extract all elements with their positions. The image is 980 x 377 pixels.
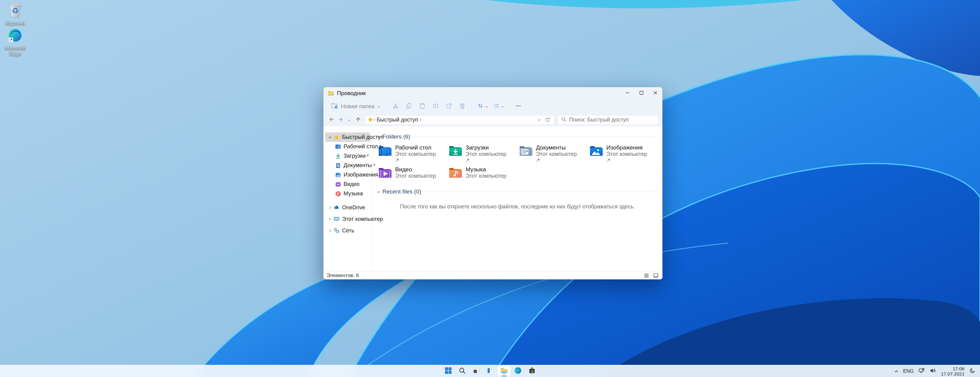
maximize-button[interactable] xyxy=(634,87,648,99)
focus-assist-button[interactable] xyxy=(967,366,978,376)
back-button[interactable] xyxy=(327,115,336,124)
recent-locations-button[interactable] xyxy=(345,115,353,124)
search-box[interactable] xyxy=(558,115,659,125)
chevron-right-icon[interactable] xyxy=(328,206,332,209)
hidden-icons-button[interactable] xyxy=(892,366,900,376)
focus-assist-moon-icon xyxy=(969,367,975,375)
folder-tile-music[interactable]: Музыка Этот компьютер xyxy=(447,165,516,180)
taskbar-edge-button[interactable] xyxy=(511,366,525,377)
tile-name: Загрузки xyxy=(466,144,506,151)
up-button[interactable] xyxy=(353,115,363,124)
folder-tile-pictures[interactable]: Изображения Этот компьютер xyxy=(588,144,657,163)
pin-icon xyxy=(606,158,648,163)
recent-files-section-header[interactable]: Recent files (0) xyxy=(377,188,658,195)
taskbar-file-explorer-button[interactable] xyxy=(498,366,511,377)
sidebar-item-this-pc[interactable]: Этот компьютер xyxy=(325,213,370,225)
share-icon xyxy=(445,102,452,110)
sidebar-item-pictures[interactable]: Изображения xyxy=(325,170,370,179)
search-input[interactable] xyxy=(569,117,655,123)
minimize-icon xyxy=(624,89,631,97)
items-count: Элементов: 6 xyxy=(326,273,359,279)
paste-button[interactable] xyxy=(416,101,429,112)
downloads-folder-icon xyxy=(449,145,463,157)
file-explorer-icon xyxy=(500,367,508,375)
tile-subtitle: Этот компьютер xyxy=(606,151,648,157)
desktop-folder-icon xyxy=(378,145,392,157)
edge-icon xyxy=(8,39,23,44)
tile-subtitle: Этот компьютер xyxy=(536,151,577,157)
paste-icon xyxy=(419,102,426,110)
close-button[interactable] xyxy=(648,87,662,99)
folders-section-header[interactable]: Folders (6) xyxy=(377,133,658,141)
taskbar-store-button[interactable] xyxy=(525,366,539,377)
onedrive-cloud-icon xyxy=(334,204,340,211)
desktop-icon-edge[interactable]: Microsoft Edge xyxy=(1,28,30,57)
large-icons-view-button[interactable] xyxy=(652,273,659,279)
store-icon xyxy=(528,367,536,375)
desktop-icon-recycle-bin[interactable]: ♻ Корзина xyxy=(1,2,30,26)
sidebar-item-onedrive[interactable]: OneDrive xyxy=(325,202,370,213)
share-button[interactable] xyxy=(442,101,456,112)
pin-icon xyxy=(395,158,436,163)
sidebar-item-videos[interactable]: Видео xyxy=(325,179,370,189)
chevron-right-icon[interactable] xyxy=(328,217,332,221)
sidebar-item-label: OneDrive xyxy=(342,204,365,211)
breadcrumb-location[interactable]: Быстрый доступ xyxy=(377,117,418,123)
delete-button[interactable] xyxy=(456,101,469,112)
chevron-down-icon[interactable] xyxy=(328,136,332,139)
folder-tile-documents[interactable]: Документы Этот компьютер xyxy=(518,144,586,163)
maximize-icon xyxy=(638,89,644,97)
task-view-button[interactable] xyxy=(469,366,483,377)
sidebar-item-downloads[interactable]: Загрузки xyxy=(325,151,370,161)
volume-button[interactable] xyxy=(928,366,938,376)
folders-header-label: Folders (6) xyxy=(382,133,410,140)
start-button[interactable] xyxy=(442,366,455,377)
cut-button[interactable] xyxy=(389,101,402,112)
sidebar-item-label: Документы xyxy=(344,162,372,169)
refresh-button[interactable] xyxy=(544,116,552,124)
taskbar-search-button[interactable] xyxy=(455,366,469,377)
address-dropdown-button[interactable] xyxy=(535,116,543,124)
breadcrumb-chevron-icon xyxy=(373,117,375,123)
active-app-indicator xyxy=(501,375,506,376)
see-more-button[interactable] xyxy=(512,101,525,112)
documents-folder-icon xyxy=(519,145,533,157)
recycle-bin-icon: ♻ xyxy=(8,14,22,19)
svg-text:♻: ♻ xyxy=(11,6,19,15)
network-tray-button[interactable] xyxy=(916,366,927,376)
taskbar: ENG xyxy=(0,365,980,377)
widgets-button[interactable] xyxy=(484,366,497,377)
folder-tile-desktop[interactable]: Рабочий стол Этот компьютер xyxy=(377,144,445,163)
chevron-right-icon[interactable] xyxy=(328,229,332,232)
back-icon xyxy=(329,117,335,124)
sidebar-item-quick-access[interactable]: Быстрый доступ xyxy=(325,133,370,142)
chevron-down-icon xyxy=(347,117,351,123)
new-folder-button[interactable]: Новая папка xyxy=(327,101,384,112)
details-view-button[interactable] xyxy=(643,273,650,279)
clock[interactable]: 17:06 17.07.2021 xyxy=(939,366,967,376)
tile-subtitle: Этот компьютер xyxy=(395,151,436,157)
sort-button[interactable] xyxy=(474,101,490,112)
address-breadcrumb[interactable]: Быстрый доступ xyxy=(365,115,554,125)
copy-icon xyxy=(406,102,412,110)
desktop: ♻ Корзина Micros xyxy=(0,0,980,377)
forward-button[interactable] xyxy=(336,115,345,124)
view-button[interactable] xyxy=(490,101,506,112)
folder-tile-videos[interactable]: Видео Этот компьютер xyxy=(377,165,445,180)
sidebar-item-desktop[interactable]: Рабочий стол xyxy=(325,142,370,151)
tile-name: Музыка xyxy=(466,166,506,173)
folder-tile-downloads[interactable]: Загрузки Этот компьютер xyxy=(447,144,516,163)
search-icon xyxy=(458,367,466,375)
forward-icon xyxy=(337,117,344,124)
language-label: ENG xyxy=(903,369,914,374)
copy-button[interactable] xyxy=(402,101,416,112)
sidebar-item-music[interactable]: Музыка xyxy=(325,189,370,198)
sidebar-item-network[interactable]: Сеть xyxy=(325,225,370,236)
sidebar-item-documents[interactable]: Документы xyxy=(325,161,370,170)
network-tray-icon xyxy=(918,367,925,375)
minimize-button[interactable] xyxy=(620,87,634,99)
rename-button[interactable] xyxy=(429,101,442,112)
language-indicator[interactable]: ENG xyxy=(901,366,916,376)
tile-subtitle: Этот компьютер xyxy=(395,173,436,179)
widgets-icon xyxy=(486,367,494,375)
